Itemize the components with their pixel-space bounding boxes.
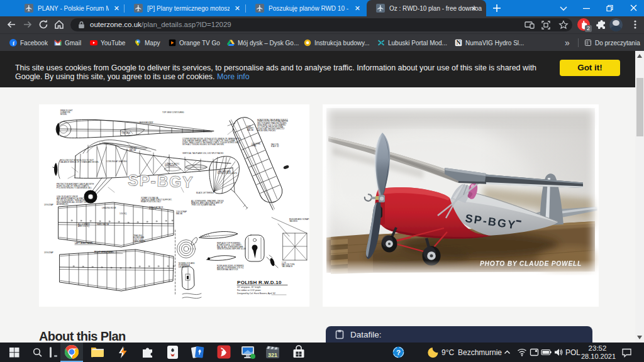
svg-text:POLISH R.W.D.10: POLISH R.W.D.10 xyxy=(237,280,282,285)
svg-text:DETAILED: DETAILED xyxy=(179,266,188,268)
svg-text:1/8 SCRAP: 1/8 SCRAP xyxy=(44,204,53,206)
svg-text:HARD BALSA: HARD BALSA xyxy=(133,240,145,243)
svg-text:1/16 SQ.: 1/16 SQ. xyxy=(119,212,127,215)
svg-text:TAIL BRACE: TAIL BRACE xyxy=(282,265,292,268)
svg-text:N: N xyxy=(456,39,460,46)
svg-text:321: 321 xyxy=(268,352,277,358)
svg-text:COWLING AT LEADING: COWLING AT LEADING xyxy=(106,160,127,163)
svg-text:BLACK LETTERING: BLACK LETTERING xyxy=(196,192,214,194)
svg-text:BOTTOM VIEW: BOTTOM VIEW xyxy=(140,121,153,124)
svg-text:RIGHT WING PANEL: RIGHT WING PANEL xyxy=(94,251,114,253)
svg-text:For rubber or CO2 power: For rubber or CO2 power xyxy=(237,289,262,292)
svg-text:ASSEMBLED.: ASSEMBLED. xyxy=(57,203,69,206)
svg-text:HARD BALSA: HARD BALSA xyxy=(97,223,109,226)
svg-text:MEDIUM BALSA STOCK: MEDIUM BALSA STOCK xyxy=(217,268,238,271)
svg-text:SP-BGY: SP-BGY xyxy=(128,171,194,191)
svg-text:TOP VIEW CONTOURED: TOP VIEW CONTOURED xyxy=(162,111,185,114)
svg-text:DRAL: DRAL xyxy=(252,145,257,147)
svg-text:R.A.F. 32: R.A.F. 32 xyxy=(271,145,279,148)
svg-text:PHOTO BY CLAUDE POWELL: PHOTO BY CLAUDE POWELL xyxy=(480,260,582,267)
svg-text:MODEL: MODEL xyxy=(60,113,67,116)
svg-text:BALANCE NEEDS OF 2 STANDARD MO: BALANCE NEEDS OF 2 STANDARD MODEL xyxy=(60,161,99,163)
svg-text:ARE 1/16 SQ.: ARE 1/16 SQ. xyxy=(78,225,90,228)
svg-text:PYLON EXTENDED TO ASSEMBLE, AL: PYLON EXTENDED TO ASSEMBLE, ALL xyxy=(57,187,92,189)
svg-text:1/8 SCRAP: 1/8 SCRAP xyxy=(44,251,53,254)
svg-text:VERTICAL TAILPLANE 1/16, 1/32: VERTICAL TAILPLANE 1/16, 1/32 SPLIT FACE… xyxy=(182,152,224,155)
svg-text:NOTED FOR FLIGHTS: NOTED FOR FLIGHTS xyxy=(218,172,237,175)
svg-text:TRIM 1/16 SQUARE BALSA.: TRIM 1/16 SQUARE BALSA. xyxy=(191,204,216,206)
svg-text:SEMI-ROUNDED BEFORE GLUE: SEMI-ROUNDED BEFORE GLUE xyxy=(217,248,246,250)
svg-text:LEADING EDGE: LEADING EDGE xyxy=(102,207,116,209)
svg-text:FROM KEEL PIECES: FROM KEEL PIECES xyxy=(257,129,275,132)
svg-text:WITH ALL TISSUED EDGES. NOTE A: WITH ALL TISSUED EDGES. NOTE AS SHOWN. xyxy=(182,143,225,146)
svg-text:POINTS: POINTS xyxy=(149,208,156,211)
svg-text:Designed by Col. Hurst Bowers,: Designed by Col. Hurst Bowers, April '62 xyxy=(237,292,275,295)
svg-text:TOP VIEW: TOP VIEW xyxy=(121,132,130,134)
svg-text:REAR POSITION ONLY: REAR POSITION ONLY xyxy=(141,200,161,203)
svg-text:TAILSKID: TAILSKID xyxy=(289,220,298,222)
svg-text:LEFT WING PANEL: LEFT WING PANEL xyxy=(75,242,93,244)
svg-text:SP-BGY: SP-BGY xyxy=(464,212,516,231)
svg-text:BALSA: BALSA xyxy=(176,212,182,215)
svg-text:PHOTO BY CLAUDE POWELL: PHOTO BY CLAUDE POWELL xyxy=(480,261,582,268)
svg-text:20" wingspan, 16" length: 20" wingspan, 16" length xyxy=(237,286,260,288)
svg-text:BALSA: BALSA xyxy=(130,149,136,151)
svg-text:BALSA: BALSA xyxy=(247,129,253,131)
svg-text:?: ? xyxy=(396,349,401,356)
